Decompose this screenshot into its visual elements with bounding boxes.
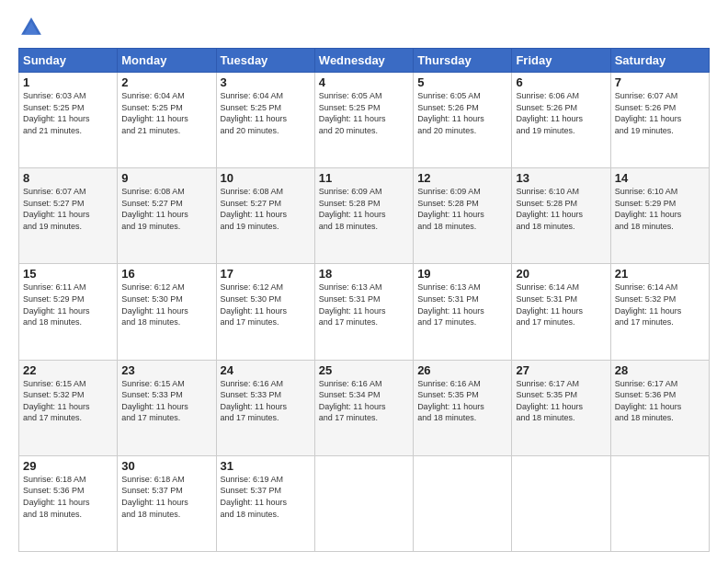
day-info: Sunrise: 6:18 AMSunset: 5:37 PMDaylight:… [121, 474, 211, 520]
day-info: Sunrise: 6:09 AMSunset: 5:28 PMDaylight:… [417, 186, 507, 232]
calendar-cell: 23Sunrise: 6:15 AMSunset: 5:33 PMDayligh… [118, 360, 216, 455]
day-info: Sunrise: 6:16 AMSunset: 5:34 PMDaylight:… [319, 378, 409, 424]
day-number: 8 [23, 171, 113, 185]
calendar-table: SundayMondayTuesdayWednesdayThursdayFrid… [18, 48, 710, 552]
day-number: 20 [516, 267, 606, 281]
calendar-header-row: SundayMondayTuesdayWednesdayThursdayFrid… [19, 49, 710, 73]
day-number: 3 [221, 75, 311, 89]
calendar-week-row: 15Sunrise: 6:11 AMSunset: 5:29 PMDayligh… [19, 264, 710, 360]
calendar-cell: 7Sunrise: 6:07 AMSunset: 5:26 PMDaylight… [610, 73, 709, 168]
calendar-cell: 19Sunrise: 6:13 AMSunset: 5:31 PMDayligh… [414, 264, 512, 360]
calendar-cell: 11Sunrise: 6:09 AMSunset: 5:28 PMDayligh… [314, 168, 413, 264]
calendar-week-row: 22Sunrise: 6:15 AMSunset: 5:32 PMDayligh… [19, 360, 710, 455]
header [18, 15, 710, 40]
calendar-header-cell: Monday [118, 49, 216, 73]
calendar-header-cell: Thursday [414, 49, 512, 73]
calendar-cell: 26Sunrise: 6:16 AMSunset: 5:35 PMDayligh… [414, 360, 512, 455]
calendar-body: 1Sunrise: 6:03 AMSunset: 5:25 PMDaylight… [19, 73, 710, 552]
day-number: 28 [615, 363, 705, 377]
calendar-header-cell: Wednesday [314, 49, 413, 73]
calendar-cell: 14Sunrise: 6:10 AMSunset: 5:29 PMDayligh… [610, 168, 709, 264]
day-info: Sunrise: 6:05 AMSunset: 5:25 PMDaylight:… [319, 90, 409, 136]
calendar-cell: 6Sunrise: 6:06 AMSunset: 5:26 PMDaylight… [512, 73, 610, 168]
day-number: 12 [417, 171, 507, 185]
day-info: Sunrise: 6:17 AMSunset: 5:36 PMDaylight:… [615, 378, 705, 424]
calendar-cell [610, 455, 709, 551]
day-number: 2 [121, 75, 211, 89]
day-number: 30 [121, 459, 211, 473]
day-number: 4 [319, 75, 409, 89]
calendar-week-row: 29Sunrise: 6:18 AMSunset: 5:36 PMDayligh… [19, 455, 710, 551]
day-info: Sunrise: 6:08 AMSunset: 5:27 PMDaylight:… [221, 186, 311, 232]
logo-icon [18, 15, 44, 40]
calendar-header-cell: Sunday [19, 49, 118, 73]
day-info: Sunrise: 6:15 AMSunset: 5:33 PMDaylight:… [121, 378, 211, 424]
day-number: 1 [23, 75, 113, 89]
day-info: Sunrise: 6:08 AMSunset: 5:27 PMDaylight:… [121, 186, 211, 232]
calendar-cell [512, 455, 610, 551]
day-number: 7 [615, 75, 705, 89]
day-number: 11 [319, 171, 409, 185]
day-info: Sunrise: 6:09 AMSunset: 5:28 PMDaylight:… [319, 186, 409, 232]
day-info: Sunrise: 6:13 AMSunset: 5:31 PMDaylight:… [319, 282, 409, 327]
calendar-cell: 22Sunrise: 6:15 AMSunset: 5:32 PMDayligh… [19, 360, 118, 455]
day-info: Sunrise: 6:13 AMSunset: 5:31 PMDaylight:… [417, 282, 507, 327]
calendar-cell: 10Sunrise: 6:08 AMSunset: 5:27 PMDayligh… [216, 168, 314, 264]
day-info: Sunrise: 6:04 AMSunset: 5:25 PMDaylight:… [221, 90, 311, 136]
calendar-cell [414, 455, 512, 551]
calendar-cell: 13Sunrise: 6:10 AMSunset: 5:28 PMDayligh… [512, 168, 610, 264]
day-info: Sunrise: 6:12 AMSunset: 5:30 PMDaylight:… [221, 282, 311, 327]
day-number: 18 [319, 267, 409, 281]
day-number: 13 [516, 171, 606, 185]
day-number: 19 [417, 267, 507, 281]
day-info: Sunrise: 6:14 AMSunset: 5:31 PMDaylight:… [516, 282, 606, 327]
calendar-week-row: 1Sunrise: 6:03 AMSunset: 5:25 PMDaylight… [19, 73, 710, 168]
calendar-cell: 12Sunrise: 6:09 AMSunset: 5:28 PMDayligh… [414, 168, 512, 264]
day-number: 26 [417, 363, 507, 377]
day-number: 14 [615, 171, 705, 185]
calendar-cell: 4Sunrise: 6:05 AMSunset: 5:25 PMDaylight… [314, 73, 413, 168]
calendar-cell: 27Sunrise: 6:17 AMSunset: 5:35 PMDayligh… [512, 360, 610, 455]
calendar-week-row: 8Sunrise: 6:07 AMSunset: 5:27 PMDaylight… [19, 168, 710, 264]
day-info: Sunrise: 6:11 AMSunset: 5:29 PMDaylight:… [23, 282, 113, 327]
calendar-cell: 5Sunrise: 6:05 AMSunset: 5:26 PMDaylight… [414, 73, 512, 168]
day-number: 29 [23, 459, 113, 473]
calendar-cell: 1Sunrise: 6:03 AMSunset: 5:25 PMDaylight… [19, 73, 118, 168]
calendar-cell: 15Sunrise: 6:11 AMSunset: 5:29 PMDayligh… [19, 264, 118, 360]
calendar-cell: 30Sunrise: 6:18 AMSunset: 5:37 PMDayligh… [118, 455, 216, 551]
day-number: 6 [516, 75, 606, 89]
day-number: 5 [417, 75, 507, 89]
day-number: 27 [516, 363, 606, 377]
calendar-cell: 20Sunrise: 6:14 AMSunset: 5:31 PMDayligh… [512, 264, 610, 360]
day-info: Sunrise: 6:10 AMSunset: 5:29 PMDaylight:… [615, 186, 705, 232]
calendar-cell [314, 455, 413, 551]
day-number: 10 [221, 171, 311, 185]
calendar-cell: 28Sunrise: 6:17 AMSunset: 5:36 PMDayligh… [610, 360, 709, 455]
logo [18, 15, 48, 40]
day-info: Sunrise: 6:16 AMSunset: 5:33 PMDaylight:… [221, 378, 311, 424]
day-number: 16 [121, 267, 211, 281]
calendar-header-cell: Tuesday [216, 49, 314, 73]
calendar-cell: 29Sunrise: 6:18 AMSunset: 5:36 PMDayligh… [19, 455, 118, 551]
day-info: Sunrise: 6:05 AMSunset: 5:26 PMDaylight:… [417, 90, 507, 136]
day-number: 22 [23, 363, 113, 377]
day-info: Sunrise: 6:18 AMSunset: 5:36 PMDaylight:… [23, 474, 113, 520]
day-info: Sunrise: 6:10 AMSunset: 5:28 PMDaylight:… [516, 186, 606, 232]
day-info: Sunrise: 6:07 AMSunset: 5:26 PMDaylight:… [615, 90, 705, 136]
day-info: Sunrise: 6:03 AMSunset: 5:25 PMDaylight:… [23, 90, 113, 136]
calendar-cell: 8Sunrise: 6:07 AMSunset: 5:27 PMDaylight… [19, 168, 118, 264]
calendar-cell: 24Sunrise: 6:16 AMSunset: 5:33 PMDayligh… [216, 360, 314, 455]
day-info: Sunrise: 6:16 AMSunset: 5:35 PMDaylight:… [417, 378, 507, 424]
calendar-cell: 17Sunrise: 6:12 AMSunset: 5:30 PMDayligh… [216, 264, 314, 360]
day-number: 15 [23, 267, 113, 281]
calendar-cell: 3Sunrise: 6:04 AMSunset: 5:25 PMDaylight… [216, 73, 314, 168]
day-number: 9 [121, 171, 211, 185]
day-number: 21 [615, 267, 705, 281]
day-info: Sunrise: 6:07 AMSunset: 5:27 PMDaylight:… [23, 186, 113, 232]
calendar-cell: 18Sunrise: 6:13 AMSunset: 5:31 PMDayligh… [314, 264, 413, 360]
day-info: Sunrise: 6:14 AMSunset: 5:32 PMDaylight:… [615, 282, 705, 327]
day-info: Sunrise: 6:19 AMSunset: 5:37 PMDaylight:… [221, 474, 311, 520]
day-info: Sunrise: 6:15 AMSunset: 5:32 PMDaylight:… [23, 378, 113, 424]
calendar-header-cell: Saturday [610, 49, 709, 73]
calendar-cell: 2Sunrise: 6:04 AMSunset: 5:25 PMDaylight… [118, 73, 216, 168]
